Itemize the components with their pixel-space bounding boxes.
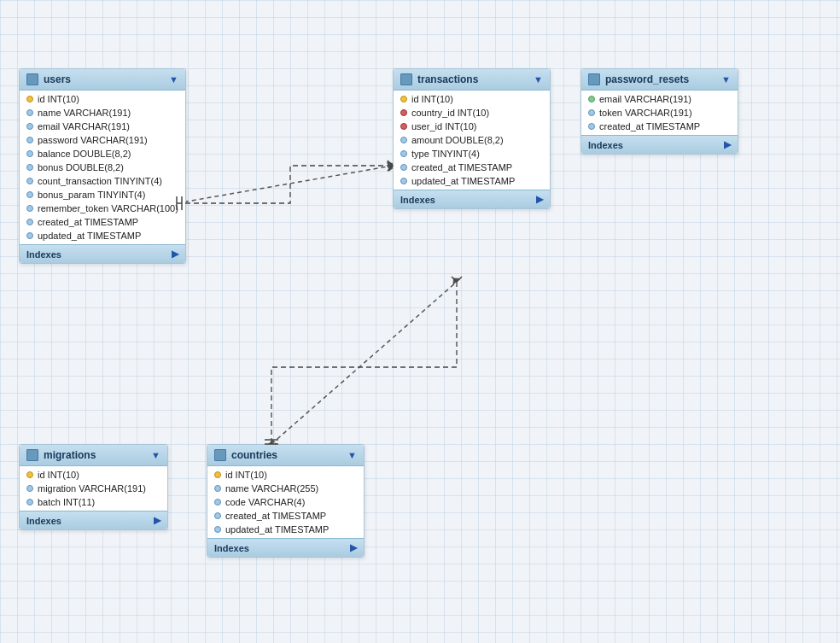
field-icon-regular: [400, 164, 407, 171]
field-icon-regular: [26, 109, 33, 116]
field-users-balance: balance DOUBLE(8,2): [20, 147, 185, 161]
field-icon-regular: [214, 485, 221, 492]
field-icon-regular: [214, 499, 221, 506]
footer-arrow: ▶: [154, 515, 160, 526]
field-text: id INT(10): [411, 94, 453, 104]
table-users: users ▼ id INT(10) name VARCHAR(191) ema…: [19, 68, 186, 264]
field-text: updated_at TIMESTAMP: [225, 524, 329, 535]
field-icon-primary: [214, 471, 221, 478]
table-migrations: migrations ▼ id INT(10) migration VARCHA…: [19, 444, 168, 530]
field-text: count_transaction TINYINT(4): [38, 176, 162, 186]
table-password-resets-header[interactable]: password_resets ▼: [581, 69, 738, 91]
field-icon-primary: [26, 471, 33, 478]
table-migrations-footer[interactable]: Indexes ▶: [20, 511, 167, 529]
table-transactions-name: transactions: [417, 73, 528, 85]
field-text: email VARCHAR(191): [38, 121, 130, 132]
table-transactions-body: id INT(10) country_id INT(10) user_id IN…: [394, 91, 550, 190]
field-icon-regular: [588, 109, 595, 116]
field-transactions-user-id: user_id INT(10): [394, 120, 550, 133]
footer-label: Indexes: [400, 195, 435, 205]
footer-arrow: ▶: [350, 542, 357, 553]
table-password-resets-body: email VARCHAR(191) token VARCHAR(191) cr…: [581, 91, 738, 135]
field-text: remember_token VARCHAR(100): [38, 203, 178, 213]
table-countries-icon: [214, 449, 226, 461]
field-users-updated-at: updated_at TIMESTAMP: [20, 229, 185, 243]
field-countries-code: code VARCHAR(4): [207, 495, 364, 509]
field-icon-regular: [214, 512, 221, 519]
field-icon-regular: [26, 164, 33, 171]
field-transactions-type: type TINYINT(4): [394, 147, 550, 161]
field-icon-regular: [214, 526, 221, 533]
footer-arrow: ▶: [536, 194, 543, 205]
table-password-resets-name: password_resets: [605, 73, 716, 85]
field-icon-regular: [26, 232, 33, 239]
table-password-resets-footer[interactable]: Indexes ▶: [581, 135, 738, 154]
table-countries-header[interactable]: countries ▼: [207, 445, 364, 466]
field-icon-primary: [26, 96, 33, 102]
table-users-header[interactable]: users ▼: [20, 69, 185, 91]
field-users-bonus: bonus DOUBLE(8,2): [20, 161, 185, 174]
field-text: email VARCHAR(191): [599, 94, 691, 104]
table-password-resets-arrow[interactable]: ▼: [721, 74, 731, 85]
field-icon-regular: [400, 137, 407, 143]
table-countries-footer[interactable]: Indexes ▶: [207, 538, 364, 557]
table-users-body: id INT(10) name VARCHAR(191) email VARCH…: [20, 91, 185, 244]
table-transactions-footer[interactable]: Indexes ▶: [394, 190, 550, 208]
field-text: created_at TIMESTAMP: [411, 162, 512, 172]
field-text: balance DOUBLE(8,2): [38, 149, 131, 159]
field-text: migration VARCHAR(191): [38, 483, 146, 494]
footer-label: Indexes: [26, 249, 61, 260]
table-users-name: users: [44, 73, 164, 85]
field-users-bonus-param: bonus_param TINYINT(4): [20, 188, 185, 202]
table-migrations-header[interactable]: migrations ▼: [20, 445, 167, 466]
field-text: bonus DOUBLE(8,2): [38, 162, 124, 172]
field-users-remember-token: remember_token VARCHAR(100): [20, 202, 185, 215]
field-icon-regular: [26, 137, 33, 143]
svg-line-0: [177, 166, 393, 203]
footer-label: Indexes: [214, 543, 249, 553]
footer-label: Indexes: [26, 516, 61, 526]
field-pr-token: token VARCHAR(191): [581, 106, 738, 120]
field-text: code VARCHAR(4): [225, 497, 305, 507]
field-transactions-created-at: created_at TIMESTAMP: [394, 161, 550, 174]
field-icon-regular: [26, 499, 33, 506]
field-text: batch INT(11): [38, 497, 95, 507]
table-migrations-arrow[interactable]: ▼: [151, 450, 160, 460]
field-transactions-updated-at: updated_at TIMESTAMP: [394, 174, 550, 188]
table-transactions-arrow[interactable]: ▼: [534, 74, 543, 85]
table-countries-body: id INT(10) name VARCHAR(255) code VARCHA…: [207, 466, 364, 538]
table-transactions-header[interactable]: transactions ▼: [394, 69, 550, 91]
field-transactions-amount: amount DOUBLE(8,2): [394, 133, 550, 147]
table-migrations-body: id INT(10) migration VARCHAR(191) batch …: [20, 466, 167, 511]
field-icon-regular: [588, 123, 595, 130]
field-text: id INT(10): [225, 470, 267, 480]
footer-arrow: ▶: [172, 248, 178, 260]
field-countries-updated-at: updated_at TIMESTAMP: [207, 523, 364, 536]
field-text: country_id INT(10): [411, 108, 489, 118]
field-text: name VARCHAR(255): [225, 483, 318, 494]
field-transactions-id: id INT(10): [394, 92, 550, 106]
table-countries: countries ▼ id INT(10) name VARCHAR(255)…: [207, 444, 365, 558]
field-icon-regular: [26, 178, 33, 184]
field-text: created_at TIMESTAMP: [38, 217, 138, 227]
table-password-resets: password_resets ▼ email VARCHAR(191) tok…: [580, 68, 738, 155]
field-icon-regular: [26, 485, 33, 492]
field-countries-id: id INT(10): [207, 468, 364, 482]
field-pr-email: email VARCHAR(191): [581, 92, 738, 106]
field-icon-primary: [400, 96, 407, 102]
field-text: id INT(10): [38, 470, 79, 480]
field-text: updated_at TIMESTAMP: [411, 176, 515, 186]
field-icon-unique: [588, 96, 595, 102]
footer-label: Indexes: [588, 140, 623, 150]
table-migrations-name: migrations: [44, 449, 146, 461]
table-users-footer[interactable]: Indexes ▶: [20, 244, 185, 263]
svg-line-1: [271, 282, 457, 444]
field-users-id: id INT(10): [20, 92, 185, 106]
field-icon-regular: [26, 219, 33, 225]
field-icon-foreign: [400, 109, 407, 116]
table-countries-name: countries: [231, 449, 342, 461]
table-countries-arrow[interactable]: ▼: [347, 450, 357, 460]
table-transactions-icon: [400, 73, 412, 85]
field-icon-regular: [26, 205, 33, 212]
table-users-arrow[interactable]: ▼: [169, 74, 178, 85]
